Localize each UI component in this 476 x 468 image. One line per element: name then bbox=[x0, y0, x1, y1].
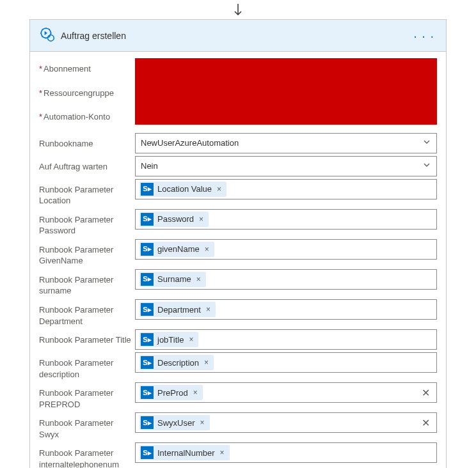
label-wait-for-job: Auf Auftrag warten bbox=[39, 156, 135, 173]
sharepoint-icon: S▸ bbox=[141, 446, 154, 459]
token-label: Surname bbox=[157, 274, 191, 284]
chevron-down-icon bbox=[422, 160, 431, 171]
redacted-values-block bbox=[135, 58, 437, 125]
runbook-name-value: NewUserAzureAutomation bbox=[141, 138, 422, 148]
param-description-input[interactable]: S▸ Description × bbox=[135, 352, 437, 373]
param-location-input[interactable]: S▸ Location Value × bbox=[135, 179, 437, 199]
wait-for-job-value: Nein bbox=[141, 161, 422, 171]
automation-gear-icon bbox=[39, 26, 56, 45]
sharepoint-icon: S▸ bbox=[141, 303, 154, 316]
token-label: SwyxUser bbox=[157, 418, 195, 428]
token-label: Location Value bbox=[157, 184, 212, 194]
sharepoint-icon: S▸ bbox=[141, 333, 154, 346]
clear-input-icon[interactable]: ✕ bbox=[419, 387, 432, 399]
param-password-input[interactable]: S▸ Password × bbox=[135, 209, 437, 230]
token-password[interactable]: S▸ Password × bbox=[139, 212, 209, 227]
token-remove-icon[interactable]: × bbox=[187, 335, 194, 344]
label-runbook-name: Runbookname bbox=[39, 133, 135, 150]
token-location[interactable]: S▸ Location Value × bbox=[139, 182, 226, 197]
label-param-title: Runbook Parameter Title bbox=[39, 329, 135, 346]
label-param-surname: Runbook Parameter surname bbox=[39, 269, 135, 297]
sharepoint-icon: S▸ bbox=[141, 356, 154, 369]
token-remove-icon[interactable]: × bbox=[192, 388, 199, 397]
chevron-down-icon bbox=[422, 137, 431, 148]
token-remove-icon[interactable]: × bbox=[216, 185, 223, 194]
token-title[interactable]: S▸ jobTitle × bbox=[139, 332, 198, 347]
card-body: Abonnement Ressourcengruppe Automation-K… bbox=[30, 52, 446, 468]
label-param-swyx: Runbook Parameter Swyx bbox=[39, 412, 135, 440]
card-header: Auftrag erstellen · · · bbox=[30, 20, 446, 52]
label-param-preprod: Runbook Parameter PREPROD bbox=[39, 382, 135, 410]
label-param-givenname: Runbook Parameter GivenName bbox=[39, 239, 135, 267]
label-param-description: Runbook Parameter description bbox=[39, 352, 135, 380]
token-remove-icon[interactable]: × bbox=[199, 418, 206, 427]
token-label: givenName bbox=[157, 244, 200, 254]
param-preprod-input[interactable]: S▸ PreProd × ✕ bbox=[135, 382, 437, 403]
label-resource-group: Ressourcengruppe bbox=[39, 82, 135, 107]
label-param-department: Runbook Parameter Department bbox=[39, 299, 135, 327]
token-surname[interactable]: S▸ Surname × bbox=[139, 272, 206, 287]
runbook-name-dropdown[interactable]: NewUserAzureAutomation bbox=[135, 133, 437, 153]
token-remove-icon[interactable]: × bbox=[205, 305, 212, 314]
token-remove-icon[interactable]: × bbox=[219, 448, 226, 457]
param-swyx-input[interactable]: S▸ SwyxUser × ✕ bbox=[135, 412, 437, 433]
wait-for-job-dropdown[interactable]: Nein bbox=[135, 156, 437, 176]
clear-input-icon[interactable]: ✕ bbox=[419, 417, 432, 429]
token-label: PreProd bbox=[157, 388, 188, 398]
token-remove-icon[interactable]: × bbox=[195, 275, 202, 284]
param-internaltel-input[interactable]: S▸ InternalNumber × bbox=[135, 442, 437, 463]
token-label: Department bbox=[157, 305, 201, 315]
sharepoint-icon: S▸ bbox=[141, 386, 154, 399]
token-givenname[interactable]: S▸ givenName × bbox=[139, 242, 214, 257]
label-subscription: Abonnement bbox=[39, 58, 135, 82]
card-title: Auftrag erstellen bbox=[61, 31, 411, 41]
flow-arrow-in bbox=[0, 0, 476, 19]
action-card: Auftrag erstellen · · · Abonnement Resso… bbox=[29, 19, 447, 468]
label-automation-account: Automation-Konto bbox=[39, 106, 135, 130]
label-param-location: Runbook Parameter Location bbox=[39, 179, 135, 207]
token-remove-icon[interactable]: × bbox=[203, 358, 210, 367]
sharepoint-icon: S▸ bbox=[141, 416, 154, 429]
token-department[interactable]: S▸ Department × bbox=[139, 302, 216, 317]
token-label: Password bbox=[157, 214, 194, 224]
token-remove-icon[interactable]: × bbox=[198, 215, 205, 224]
token-label: Description bbox=[157, 358, 199, 368]
token-description[interactable]: S▸ Description × bbox=[139, 355, 214, 370]
sharepoint-icon: S▸ bbox=[141, 243, 154, 256]
param-surname-input[interactable]: S▸ Surname × bbox=[135, 269, 437, 290]
sharepoint-icon: S▸ bbox=[141, 213, 154, 226]
token-preprod[interactable]: S▸ PreProd × bbox=[139, 385, 203, 400]
token-swyx[interactable]: S▸ SwyxUser × bbox=[139, 415, 210, 430]
card-more-menu[interactable]: · · · bbox=[411, 29, 437, 42]
sharepoint-icon: S▸ bbox=[141, 183, 154, 196]
param-department-input[interactable]: S▸ Department × bbox=[135, 299, 437, 320]
label-param-internaltel: Runbook Parameter internaltelephonenum bbox=[39, 442, 135, 468]
label-param-password: Runbook Parameter Password bbox=[39, 209, 135, 237]
svg-point-2 bbox=[48, 35, 54, 42]
token-label: jobTitle bbox=[157, 335, 184, 345]
token-label: InternalNumber bbox=[157, 448, 215, 458]
token-remove-icon[interactable]: × bbox=[203, 245, 210, 254]
param-givenname-input[interactable]: S▸ givenName × bbox=[135, 239, 437, 260]
param-title-input[interactable]: S▸ jobTitle × bbox=[135, 329, 437, 350]
token-internaltel[interactable]: S▸ InternalNumber × bbox=[139, 445, 230, 460]
sharepoint-icon: S▸ bbox=[141, 273, 154, 286]
